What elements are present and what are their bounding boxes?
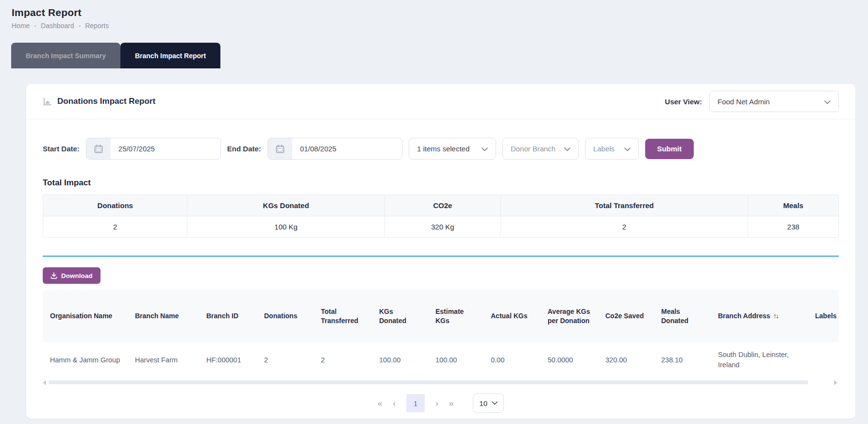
cell-branch-id: HF:000001 [199,342,257,378]
end-date-value[interactable] [292,138,402,159]
chevron-down-icon [564,145,570,153]
total-impact-heading: Total Impact [43,178,839,188]
col-kgs-donated: KGs Donated [372,290,428,342]
report-tabs: Branch Impact Summary Branch Impact Repo… [11,43,868,68]
download-label: Download [61,272,93,279]
total-impact-header: Total Transferred [501,195,748,216]
report-table: Organisation Name Branch Name Branch ID … [43,290,839,378]
filter-bar: Start Date: End Date: [43,138,839,160]
cell-kgs-donated: 100.00 [372,342,428,378]
page-title: Impact Report [12,7,868,18]
total-impact-value: 238 [748,216,838,237]
chevron-down-icon [824,98,831,106]
total-impact-header: CO2e [384,195,501,216]
col-branch-address: Branch Address↑↓ [711,290,808,342]
col-organisation-name: Organisation Name [43,290,128,342]
sort-icon[interactable]: ↑↓ [773,311,778,321]
report-table-wrapper: Organisation Name Branch Name Branch ID … [43,290,839,378]
report-table-header-row: Organisation Name Branch Name Branch ID … [43,290,839,342]
end-date-label: End Date: [227,145,261,153]
chevron-down-icon [624,145,631,153]
breadcrumb-home[interactable]: Home [12,22,30,30]
col-co2e-saved: Co2e Saved [598,290,654,342]
start-date-value[interactable] [111,138,221,159]
report-card: Donations Impact Report User View: Food … [26,84,855,419]
chevron-down-icon [482,145,488,153]
submit-button[interactable]: Submit [645,139,694,159]
breadcrumb-separator: - [79,22,81,30]
col-meals-donated: Meals Donated [654,290,711,342]
horizontal-scrollbar [43,379,839,385]
table-row: Hamm & Jamm Group Harvest Farm HF:000001… [43,342,839,378]
cell-branch-address: South Dublin, Leinster, Ireland [711,342,808,378]
col-branch-name: Branch Name [128,290,199,342]
total-impact-header-row: Donations KGs Donated CO2e Total Transfe… [43,195,838,216]
total-impact-header: KGs Donated [187,195,384,216]
pagination-next-button[interactable]: › [435,399,438,408]
total-impact-value: 2 [501,216,748,237]
user-view-value: Food Net Admin [718,98,770,106]
start-date-label: Start Date: [43,145,80,153]
scroll-left-icon[interactable] [43,380,46,385]
col-estimate-kgs: Estimate KGs [428,290,484,342]
col-donations: Donations [257,290,314,342]
total-impact-header: Meals [748,195,838,216]
cell-estimate-kgs: 100.00 [428,342,484,378]
cell-donations: 2 [257,342,314,378]
cell-branch-name: Harvest Farm [128,342,199,378]
branch-multiselect-value: 1 items selected [417,145,469,153]
section-divider [43,256,839,257]
breadcrumb-reports[interactable]: Reports [85,22,109,30]
total-impact-header: Donations [43,195,187,216]
pagination-page-1[interactable]: 1 [406,394,425,412]
cell-average-kgs-per-donation: 50.0000 [540,342,598,378]
cell-total-transferred: 2 [314,342,372,378]
labels-select[interactable]: Labels [585,138,639,160]
labels-select-value: Labels [593,145,615,153]
card-title: Donations Impact Report [57,97,155,106]
card-header: Donations Impact Report User View: Food … [26,84,855,119]
pagination-prev-button[interactable]: ‹ [393,399,396,408]
chart-icon [43,97,52,106]
col-labels: Labels [808,290,839,342]
calendar-icon[interactable] [86,138,111,159]
cell-actual-kgs: 0.00 [484,342,540,378]
tab-branch-impact-summary[interactable]: Branch Impact Summary [11,43,120,68]
page-size-select[interactable]: 10 [473,393,504,413]
col-average-kgs-per-donation: Average KGs per Donation [540,290,598,342]
download-icon [50,272,57,279]
download-button[interactable]: Download [43,267,100,284]
page-header: Impact Report Home - Dashboard - Reports [0,0,868,30]
col-branch-id: Branch ID [199,290,257,342]
total-impact-value: 100 Kg [187,216,384,237]
card-title-group: Donations Impact Report [43,97,155,106]
user-view-label: User View: [665,98,702,106]
user-view-select[interactable]: Food Net Admin [709,91,839,112]
branch-multiselect[interactable]: 1 items selected [409,138,496,160]
breadcrumb: Home - Dashboard - Reports [12,22,868,30]
tab-branch-impact-report[interactable]: Branch Impact Report [120,43,220,68]
total-impact-value: 2 [43,216,187,237]
total-impact-table: Donations KGs Donated CO2e Total Transfe… [43,195,839,238]
start-date-input[interactable] [86,138,221,160]
donor-branch-value: Donor Branch [511,145,556,153]
calendar-icon[interactable] [268,138,292,159]
scrollbar-thumb[interactable] [49,380,808,384]
cell-co2e-saved: 320.00 [598,342,654,378]
donor-branch-select[interactable]: Donor Branch [502,138,579,160]
pagination-first-button[interactable]: « [378,399,382,408]
pagination: « ‹ 1 › » 10 [43,393,839,413]
col-actual-kgs: Actual KGs [484,290,540,342]
page-size-value: 10 [479,399,487,408]
scroll-right-icon[interactable] [834,380,837,385]
chevron-down-icon [492,401,498,405]
pagination-last-button[interactable]: » [449,399,453,408]
breadcrumb-dashboard[interactable]: Dashboard [41,22,74,30]
total-impact-value-row: 2 100 Kg 320 Kg 2 238 [43,216,838,237]
end-date-input[interactable] [267,138,402,160]
cell-meals-donated: 238.10 [654,342,711,378]
col-total-transferred: Total Transferred [314,290,372,342]
user-view: User View: Food Net Admin [665,91,839,112]
cell-organisation-name: Hamm & Jamm Group [43,342,128,378]
total-impact-value: 320 Kg [384,216,501,237]
